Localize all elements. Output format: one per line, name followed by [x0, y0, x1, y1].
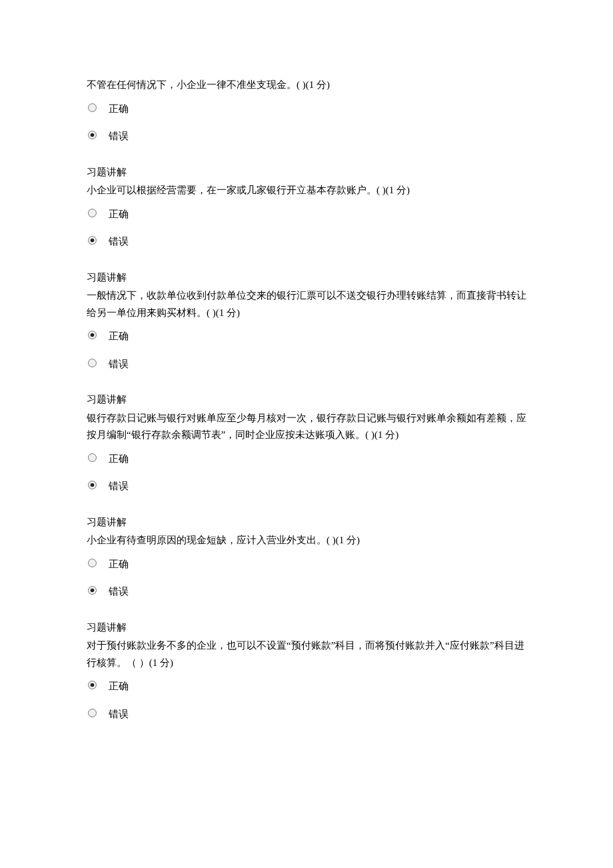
option-label-wrong: 错误 — [109, 478, 129, 495]
question-block: 习题讲解小企业有待查明原因的现金短缺，应计入营业外支出。( )(1 分)正确错误 — [87, 514, 526, 601]
option-wrong[interactable]: 错误 — [87, 706, 526, 723]
option-label-correct: 正确 — [109, 206, 129, 223]
option-label-correct: 正确 — [109, 101, 129, 118]
question-block: 习题讲解对于预付账款业务不多的企业，也可以不设置“预付账款”科目，而将预付账款并… — [87, 619, 526, 723]
svg-point-5 — [91, 239, 95, 243]
radio-icon — [88, 451, 109, 468]
radio-icon — [88, 356, 109, 373]
radio-icon — [88, 706, 109, 723]
option-label-wrong: 错误 — [109, 706, 129, 723]
svg-point-3 — [89, 209, 97, 217]
svg-point-2 — [91, 133, 95, 137]
radio-icon — [88, 233, 109, 251]
explain-heading: 习题讲解 — [87, 164, 526, 181]
radio-icon — [88, 583, 109, 601]
option-correct[interactable]: 正确 — [87, 556, 526, 573]
explain-heading: 习题讲解 — [87, 514, 526, 531]
option-wrong[interactable]: 错误 — [87, 583, 526, 601]
option-label-wrong: 错误 — [109, 128, 129, 145]
question-text: 对于预付账款业务不多的企业，也可以不设置“预付账款”科目，而将预付账款并入“应付… — [87, 637, 526, 671]
option-correct[interactable]: 正确 — [87, 206, 526, 223]
svg-point-16 — [91, 683, 95, 687]
option-label-wrong: 错误 — [109, 583, 129, 601]
question-text: 银行存款日记账与银行对账单应至少每月核对一次，银行存款日记账与银行对账单余额如有… — [87, 410, 526, 444]
question-block: 习题讲解小企业可以根据经营需要，在一家或几家银行开立基本存款账户。( )(1 分… — [87, 164, 526, 251]
option-label-correct: 正确 — [109, 678, 129, 695]
question-text: 小企业有待查明原因的现金短缺，应计入营业外支出。( )(1 分) — [87, 532, 526, 549]
explain-heading: 习题讲解 — [87, 619, 526, 637]
svg-point-11 — [91, 483, 95, 487]
svg-point-9 — [89, 453, 97, 461]
radio-icon — [88, 328, 109, 345]
option-wrong[interactable]: 错误 — [87, 478, 526, 495]
option-correct[interactable]: 正确 — [87, 678, 526, 695]
option-label-wrong: 错误 — [109, 233, 129, 251]
svg-point-17 — [89, 709, 97, 717]
option-wrong[interactable]: 错误 — [87, 356, 526, 373]
svg-point-8 — [89, 359, 97, 367]
svg-point-7 — [91, 333, 95, 337]
radio-icon — [88, 556, 109, 573]
option-correct[interactable]: 正确 — [87, 451, 526, 468]
radio-icon — [88, 206, 109, 223]
question-text: 不管在任何情况下，小企业一律不准坐支现金。( )(1 分) — [87, 77, 526, 94]
svg-point-14 — [91, 589, 95, 593]
option-label-correct: 正确 — [109, 556, 129, 573]
option-label-correct: 正确 — [109, 328, 129, 345]
option-correct[interactable]: 正确 — [87, 328, 526, 345]
question-block: 习题讲解银行存款日记账与银行对账单应至少每月核对一次，银行存款日记账与银行对账单… — [87, 391, 526, 495]
option-wrong[interactable]: 错误 — [87, 128, 526, 145]
question-block: 习题讲解一般情况下，收款单位收到付款单位交来的银行汇票可以不送交银行办理转账结算… — [87, 269, 526, 373]
question-block: 不管在任何情况下，小企业一律不准坐支现金。( )(1 分)正确错误 — [87, 77, 526, 145]
radio-icon — [88, 101, 109, 118]
radio-icon — [88, 678, 109, 695]
option-label-wrong: 错误 — [109, 356, 129, 373]
question-text: 小企业可以根据经营需要，在一家或几家银行开立基本存款账户。( )(1 分) — [87, 182, 526, 199]
option-wrong[interactable]: 错误 — [87, 233, 526, 251]
option-label-correct: 正确 — [109, 451, 129, 468]
radio-icon — [88, 128, 109, 145]
svg-point-12 — [89, 559, 97, 567]
explain-heading: 习题讲解 — [87, 391, 526, 409]
question-text: 一般情况下，收款单位收到付款单位交来的银行汇票可以不送交银行办理转账结算，而直接… — [87, 287, 526, 321]
explain-heading: 习题讲解 — [87, 269, 526, 287]
svg-point-0 — [89, 103, 97, 111]
radio-icon — [88, 478, 109, 495]
option-correct[interactable]: 正确 — [87, 101, 526, 118]
